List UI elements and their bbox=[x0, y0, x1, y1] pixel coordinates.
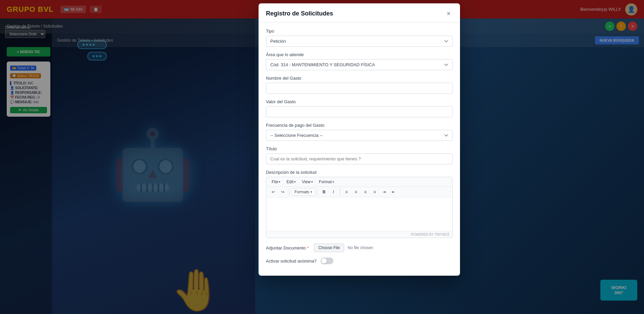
valor-gasto-label: Valor del Gasto bbox=[266, 99, 453, 104]
frecuencia-select[interactable]: -- Seleccione Frecuencia -- Mensual Anua… bbox=[266, 130, 453, 141]
modal-body: Tipo Petición Incidente Cambio Área que … bbox=[259, 23, 460, 276]
toolbar-sep-1 bbox=[289, 189, 289, 195]
powered-by-label: POWERED BY TINYMCE bbox=[411, 233, 450, 236]
outdent-button[interactable]: ⇤ bbox=[389, 189, 398, 195]
frecuencia-group: Frecuencia de pago del Gasto -- Seleccio… bbox=[266, 123, 453, 141]
file-menu-label: File bbox=[272, 180, 278, 184]
modal-header: Registro de Solicitudes × bbox=[259, 3, 460, 23]
formats-arrow: ▾ bbox=[311, 190, 312, 194]
italic-button[interactable]: I bbox=[329, 189, 338, 195]
adjuntar-label: Adjuntar Documento * bbox=[266, 245, 309, 250]
tipo-label: Tipo bbox=[266, 29, 453, 34]
titulo-label: Título bbox=[266, 146, 453, 151]
nombre-gasto-input[interactable] bbox=[266, 83, 453, 94]
indent-button[interactable]: ⇥ bbox=[380, 189, 388, 195]
titulo-group: Título bbox=[266, 146, 453, 164]
format-menu-arrow: ▾ bbox=[332, 180, 334, 184]
undo-button[interactable]: ↩ bbox=[269, 189, 278, 195]
valor-gasto-group: Valor del Gasto bbox=[266, 99, 453, 117]
nombre-gasto-label: Nombre del Gasto bbox=[266, 76, 453, 81]
redo-button[interactable]: ↪ bbox=[278, 189, 287, 195]
file-upload-group: Choose File No file chosen bbox=[314, 243, 373, 252]
modal-title: Registro de Solicitudes bbox=[266, 10, 333, 17]
toolbar-sep-2 bbox=[317, 189, 318, 195]
bold-button[interactable]: B bbox=[320, 189, 328, 195]
file-menu-arrow: ▾ bbox=[279, 180, 280, 184]
toggle-thumb bbox=[321, 258, 327, 264]
adjuntar-group: Adjuntar Documento * Choose File No file… bbox=[266, 243, 453, 252]
edit-menu-arrow: ▾ bbox=[294, 180, 296, 184]
format-menu-label: Format bbox=[319, 180, 332, 184]
tipo-group: Tipo Petición Incidente Cambio bbox=[266, 29, 453, 47]
format-menu[interactable]: Format ▾ bbox=[316, 179, 337, 185]
toolbar-sep-3 bbox=[340, 189, 340, 195]
descripcion-label: Descripción de la solicitud bbox=[266, 170, 453, 175]
align-center-button[interactable]: ≡ bbox=[352, 189, 360, 195]
editor-container: File ▾ Edit ▾ View ▾ Format ▾ bbox=[266, 177, 453, 238]
align-left-button[interactable]: ≡ bbox=[342, 189, 351, 195]
view-menu-arrow: ▾ bbox=[311, 180, 313, 184]
modal-registro-solicitudes: Registro de Solicitudes × Tipo Petición … bbox=[259, 3, 460, 276]
choose-file-button[interactable]: Choose File bbox=[314, 243, 344, 252]
align-right-button[interactable]: ≡ bbox=[361, 189, 370, 195]
editor-toolbar: ↩ ↪ Formats ▾ B I ≡ ≡ ≡ ≡ ⇥ ⇤ bbox=[266, 187, 452, 197]
edit-menu-label: Edit bbox=[286, 180, 293, 184]
valor-gasto-input[interactable] bbox=[266, 106, 453, 117]
view-menu-label: View bbox=[302, 180, 311, 184]
formats-label: Formats bbox=[294, 190, 309, 194]
toggle-group: Activar solicitud anónima? bbox=[266, 258, 453, 264]
titulo-input[interactable] bbox=[266, 153, 453, 164]
no-file-chosen-text: No file chosen bbox=[348, 245, 373, 250]
modal-close-button[interactable]: × bbox=[445, 9, 453, 17]
frecuencia-label: Frecuencia de pago del Gasto bbox=[266, 123, 453, 128]
nombre-gasto-group: Nombre del Gasto bbox=[266, 76, 453, 94]
editor-footer: POWERED BY TINYMCE bbox=[266, 231, 452, 238]
area-select[interactable]: Cód: 314 - MANTENIMIENTO Y SEGURIDAD FÍS… bbox=[266, 59, 453, 70]
editor-menubar: File ▾ Edit ▾ View ▾ Format ▾ bbox=[266, 177, 452, 187]
anonima-label: Activar solicitud anónima? bbox=[266, 259, 317, 264]
file-menu[interactable]: File ▾ bbox=[269, 179, 283, 185]
align-justify-button[interactable]: ≡ bbox=[370, 189, 379, 195]
formats-dropdown[interactable]: Formats ▾ bbox=[291, 188, 315, 196]
descripcion-group: Descripción de la solicitud File ▾ Edit … bbox=[266, 170, 453, 238]
anonima-group: Activar solicitud anónima? bbox=[266, 258, 453, 264]
area-label: Área que lo atiende bbox=[266, 52, 453, 57]
area-group: Área que lo atiende Cód: 314 - MANTENIMI… bbox=[266, 52, 453, 70]
toggle-switch[interactable] bbox=[321, 258, 333, 264]
tipo-select[interactable]: Petición Incidente Cambio bbox=[266, 36, 453, 47]
adjuntar-required-star: * bbox=[307, 245, 309, 250]
edit-menu[interactable]: Edit ▾ bbox=[284, 179, 298, 185]
view-menu[interactable]: View ▾ bbox=[299, 179, 316, 185]
editor-content[interactable] bbox=[266, 197, 452, 231]
